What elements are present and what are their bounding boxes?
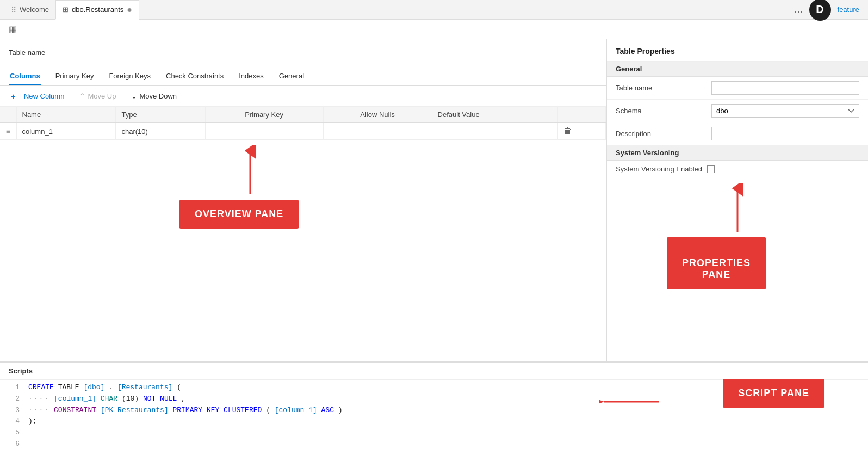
- prop-table-name-label: Table name: [616, 84, 703, 92]
- tabs-nav: Columns Primary Key Foreign Keys Check C…: [0, 66, 606, 86]
- line-content-1: CREATE TABLE [dbo] . [Restaurants] (: [28, 382, 181, 394]
- table-name-label: Table name: [9, 48, 45, 57]
- line-content-4: );: [28, 416, 37, 427]
- tab-welcome[interactable]: ⠿ Welcome: [4, 0, 55, 20]
- more-options-button[interactable]: ...: [795, 4, 803, 15]
- line-num-4: 4: [9, 416, 20, 427]
- script-line-6: 6: [9, 439, 859, 450]
- plus-icon: +: [11, 91, 16, 101]
- table-name-input[interactable]: Restaurants: [51, 46, 170, 59]
- active-tab-label: dbo.Restaurants: [72, 5, 123, 14]
- columns-table: Name Type Primary Key Allow Nulls Defaul…: [0, 107, 606, 140]
- script-annotation-container: SCRIPT PANE: [723, 379, 824, 408]
- col-header-name: Name: [16, 107, 116, 123]
- col-header-primary-key: Primary Key: [205, 107, 323, 123]
- primary-key-checkbox[interactable]: [261, 127, 268, 134]
- table-name-row: Table name Restaurants: [0, 39, 606, 66]
- col-header-actions: [558, 107, 606, 123]
- system-versioning-section-header: System Versioning: [607, 145, 868, 161]
- tab-active[interactable]: ⊞ dbo.Restaurants ●: [55, 0, 139, 20]
- move-down-button[interactable]: ⌄ Move Down: [129, 91, 179, 101]
- tab-check-constraints[interactable]: Check Constraints: [165, 66, 225, 85]
- drag-icon: ⠿: [11, 5, 16, 14]
- col-type-cell[interactable]: char(10): [116, 123, 205, 140]
- properties-arrow: [727, 183, 748, 237]
- table-icon: ⊞: [63, 5, 69, 14]
- overview-pane-label: OVERVIEW PANE: [179, 200, 299, 229]
- line-num-5: 5: [9, 427, 20, 439]
- title-bar-right: ... D feature: [795, 0, 864, 21]
- line-num-3: 3: [9, 405, 20, 416]
- line-num-1: 1: [9, 382, 20, 394]
- tab-primary-key[interactable]: Primary Key: [54, 66, 95, 85]
- prop-schema-label: Schema: [616, 107, 703, 115]
- delete-row-button[interactable]: 🗑: [563, 126, 572, 136]
- prop-description-label: Description: [616, 130, 703, 138]
- script-line-5: 5: [9, 427, 859, 439]
- properties-table-name-row: Table name Restaurants: [607, 77, 868, 100]
- new-column-button[interactable]: + + New Column: [9, 90, 66, 102]
- tab-columns[interactable]: Columns: [9, 66, 41, 85]
- general-section-header: General: [607, 62, 868, 77]
- title-bar: ⠿ Welcome ⊞ dbo.Restaurants ● ... D feat…: [0, 0, 868, 20]
- feature-label: feature: [838, 5, 859, 14]
- properties-annotation-area: PROPERTIES PANE: [607, 177, 868, 361]
- line-content-2: ···· [column_1] CHAR (10) NOT NULL ,: [28, 394, 185, 405]
- overview-annotation-area: OVERVIEW PANE: [0, 140, 606, 361]
- welcome-tab-label: Welcome: [20, 5, 49, 14]
- chevron-down-icon: ⌄: [131, 92, 137, 100]
- overview-pane: Table name Restaurants Columns Primary K…: [0, 39, 606, 361]
- prop-description-input[interactable]: [711, 127, 859, 140]
- column-actions: + + New Column ⌃ Move Up ⌄ Move Down: [0, 86, 606, 107]
- col-allow-nulls-cell[interactable]: [323, 123, 432, 140]
- col-name-cell[interactable]: column_1: [16, 123, 116, 140]
- system-versioning-label: System Versioning Enabled: [616, 165, 703, 173]
- system-versioning-row: System Versioning Enabled: [607, 161, 868, 177]
- toolbar-row: ▦: [0, 20, 868, 39]
- allow-nulls-checkbox[interactable]: [374, 127, 381, 134]
- prop-table-name-input[interactable]: Restaurants: [711, 81, 859, 95]
- line-num-6: 6: [9, 439, 20, 450]
- script-pane-label: SCRIPT PANE: [723, 379, 824, 408]
- table-designer-icon[interactable]: ▦: [5, 22, 20, 36]
- properties-schema-row: Schema dbo: [607, 100, 868, 122]
- col-default-value-cell[interactable]: [432, 123, 558, 140]
- col-header-drag: [0, 107, 16, 123]
- user-avatar[interactable]: D: [809, 0, 831, 21]
- drag-icon: ≡: [6, 127, 10, 136]
- line-content-3: ···· CONSTRAINT [PK_Restaurants] PRIMARY…: [28, 405, 343, 416]
- prop-schema-select[interactable]: dbo: [711, 104, 859, 118]
- script-line-4: 4 );: [9, 416, 859, 427]
- col-header-type: Type: [116, 107, 205, 123]
- system-versioning-checkbox[interactable]: [707, 165, 715, 173]
- col-delete-cell[interactable]: 🗑: [558, 123, 606, 140]
- columns-table-wrapper: Name Type Primary Key Allow Nulls Defaul…: [0, 107, 606, 140]
- overview-arrow: [239, 145, 261, 200]
- col-header-allow-nulls: Allow Nulls: [323, 107, 432, 123]
- tab-indexes[interactable]: Indexes: [238, 66, 265, 85]
- properties-pane: Table Properties General Table name Rest…: [607, 39, 868, 361]
- tab-foreign-keys[interactable]: Foreign Keys: [108, 66, 152, 85]
- chevron-up-icon: ⌃: [79, 92, 85, 100]
- move-up-button[interactable]: ⌃ Move Up: [77, 91, 118, 101]
- drag-handle[interactable]: ≡: [0, 123, 16, 140]
- col-primary-key-cell[interactable]: [205, 123, 323, 140]
- properties-pane-label: PROPERTIES PANE: [667, 237, 766, 289]
- scripts-pane: Scripts 1 CREATE TABLE [dbo] . [Restaura…: [0, 361, 868, 454]
- scripts-header: Scripts: [0, 363, 868, 380]
- properties-title: Table Properties: [607, 39, 868, 62]
- table-row: ≡ column_1 char(10): [0, 123, 606, 140]
- col-header-default-value: Default Value: [432, 107, 558, 123]
- line-num-2: 2: [9, 394, 20, 405]
- properties-description-row: Description: [607, 122, 868, 145]
- tab-general[interactable]: General: [278, 66, 305, 85]
- tab-modified-dot: ●: [127, 5, 132, 15]
- script-arrow: [599, 391, 664, 413]
